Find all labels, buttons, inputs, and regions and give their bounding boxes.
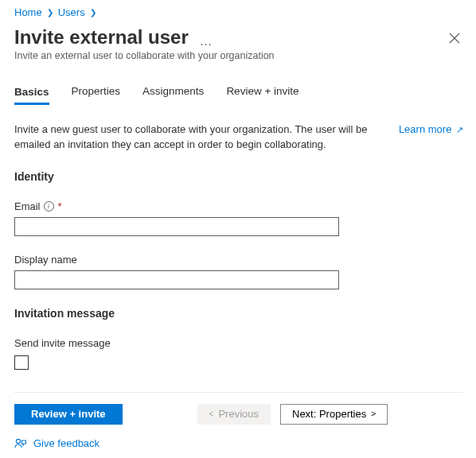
next-label: Next: Properties	[292, 408, 366, 420]
required-indicator: *	[58, 200, 62, 212]
footer-actions: Review + invite < Previous Next: Propert…	[14, 404, 463, 425]
breadcrumb-home[interactable]: Home	[14, 6, 42, 18]
breadcrumb: Home ❯ Users ❯	[14, 6, 463, 18]
email-field[interactable]	[14, 217, 339, 236]
previous-label: Previous	[218, 408, 259, 420]
tab-properties[interactable]: Properties	[72, 80, 121, 104]
info-icon[interactable]: i	[44, 201, 54, 212]
email-label-text: Email	[14, 200, 41, 212]
identity-heading: Identity	[14, 170, 463, 183]
learn-more-link[interactable]: Learn more ↗	[399, 122, 463, 138]
close-button[interactable]	[446, 29, 463, 49]
tab-review-invite[interactable]: Review + invite	[226, 80, 298, 104]
chevron-right-icon: >	[371, 409, 376, 418]
invitation-heading: Invitation message	[14, 307, 463, 320]
tab-basics[interactable]: Basics	[14, 81, 49, 105]
learn-more-label: Learn more	[399, 123, 451, 135]
previous-button: < Previous	[197, 404, 271, 425]
email-label: Email i *	[14, 200, 463, 212]
next-button[interactable]: Next: Properties >	[280, 404, 388, 425]
chevron-right-icon: ❯	[88, 8, 98, 17]
display-name-label-text: Display name	[14, 254, 77, 266]
review-invite-button[interactable]: Review + invite	[14, 404, 123, 425]
give-feedback-link[interactable]: Give feedback	[14, 437, 463, 450]
svg-point-2	[16, 439, 20, 443]
display-name-field[interactable]	[14, 270, 339, 289]
intro-text: Invite a new guest user to collaborate w…	[14, 122, 386, 153]
chevron-right-icon: ❯	[45, 8, 55, 17]
send-invite-label: Send invite message	[14, 337, 463, 349]
tab-assignments[interactable]: Assignments	[142, 80, 204, 104]
send-invite-checkbox[interactable]	[14, 355, 29, 370]
divider	[14, 392, 463, 393]
send-invite-label-text: Send invite message	[14, 337, 111, 349]
feedback-label: Give feedback	[33, 437, 99, 449]
breadcrumb-users[interactable]: Users	[58, 6, 85, 18]
more-actions-button[interactable]: …	[199, 34, 212, 48]
chevron-left-icon: <	[209, 409, 214, 418]
tabs: Basics Properties Assignments Review + i…	[14, 80, 463, 105]
page-title: Invite external user	[14, 26, 189, 49]
page-subtitle: Invite an external user to collaborate w…	[14, 50, 446, 61]
feedback-icon	[14, 437, 27, 450]
close-icon	[449, 33, 460, 44]
display-name-label: Display name	[14, 254, 463, 266]
external-link-icon: ↗	[456, 125, 463, 134]
